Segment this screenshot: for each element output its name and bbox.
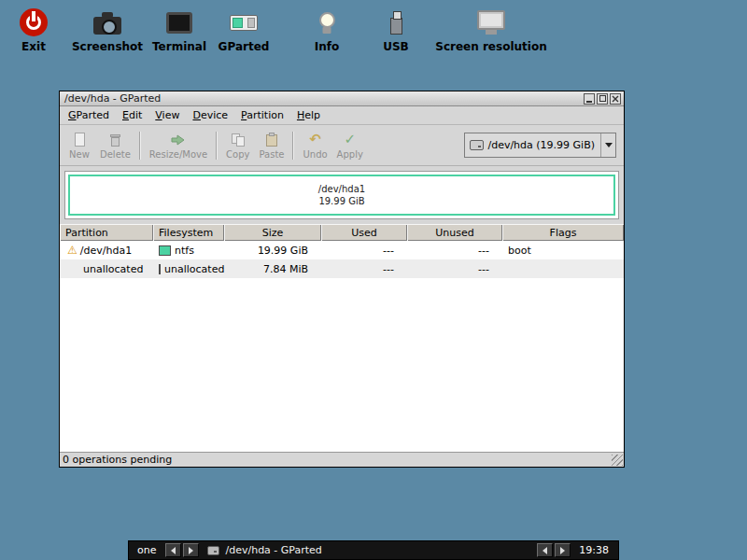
desktop-icon-usb[interactable]: USB	[372, 6, 420, 53]
desktop-icon-label: Screen resolution	[428, 40, 555, 53]
undo-button[interactable]: ↶ Undo	[298, 130, 331, 161]
copy-button[interactable]: Copy	[221, 130, 254, 161]
menu-device[interactable]: Device	[186, 107, 234, 123]
desktop-icon-gparted[interactable]: GParted	[213, 6, 275, 53]
menu-gparted[interactable]: GParted	[62, 107, 116, 123]
status-text: 0 operations pending	[63, 454, 172, 466]
desktop-icon-label: Terminal	[148, 40, 211, 53]
desktop-icon-exit[interactable]: Exit	[13, 6, 54, 53]
partition-visual-size: 19.99 GiB	[318, 195, 364, 208]
toolbar-separator	[139, 132, 141, 160]
task-label: /dev/hda - GParted	[225, 544, 321, 556]
clock: 19:38	[571, 544, 618, 556]
menubar: GParted Edit View Device Partition Help	[60, 106, 624, 125]
column-header-flags[interactable]: Flags	[502, 224, 624, 241]
flags-cell	[502, 259, 624, 278]
disk-visual-area: /dev/hda1 19.99 GiB	[60, 166, 624, 224]
statusbar: 0 operations pending	[60, 452, 624, 467]
table-row[interactable]: unallocated unallocated 7.84 MiB --- ---	[60, 259, 624, 278]
partition-visual-name: /dev/hda1	[318, 183, 365, 196]
apply-button[interactable]: ✓ Apply	[332, 130, 368, 161]
column-header-used[interactable]: Used	[321, 224, 407, 241]
close-button[interactable]	[610, 93, 621, 105]
toolbar-separator	[292, 132, 294, 160]
maximize-button[interactable]	[597, 93, 608, 105]
table-row[interactable]: ⚠ /dev/hda1 ntfs 19.99 GiB --- --- boot	[60, 241, 624, 259]
filesystem-swatch	[159, 245, 171, 256]
disk-icon	[470, 140, 484, 150]
new-partition-icon	[71, 132, 88, 148]
arrow-left-icon	[543, 547, 547, 554]
monitor-icon	[477, 10, 505, 30]
partition-name: unallocated	[83, 263, 143, 275]
taskbar-task[interactable]: /dev/hda - GParted	[200, 544, 536, 556]
desktop-icon-info[interactable]: Info	[301, 6, 353, 53]
flags-cell: boot	[502, 241, 624, 259]
prev-window-button[interactable]	[537, 543, 553, 557]
column-header-partition[interactable]: Partition	[60, 224, 153, 241]
taskbar: one /dev/hda - GParted 19:38	[128, 540, 619, 560]
table-empty-area	[60, 278, 624, 452]
desktop-icon-label: GParted	[213, 40, 275, 53]
desktop-icon-label: Info	[301, 40, 353, 53]
lightbulb-icon	[319, 12, 335, 28]
workspace-label[interactable]: one	[129, 544, 164, 556]
titlebar[interactable]: /dev/hda - GParted	[60, 91, 624, 106]
desktop-icon-label: USB	[372, 40, 420, 53]
minimize-icon	[586, 101, 592, 103]
menu-edit[interactable]: Edit	[116, 107, 148, 123]
resize-grip[interactable]	[612, 455, 623, 466]
next-workspace-button[interactable]	[183, 543, 199, 557]
unused-cell: ---	[407, 241, 502, 259]
gparted-icon	[230, 15, 258, 31]
filesystem-swatch	[159, 264, 161, 274]
table-header: Partition Filesystem Size Used Unused Fl…	[60, 224, 624, 241]
paste-button[interactable]: Paste	[254, 130, 289, 161]
desktop-icon-label: Exit	[13, 40, 54, 53]
prev-workspace-button[interactable]	[165, 543, 181, 557]
arrow-right-icon	[189, 547, 193, 554]
used-cell: ---	[321, 259, 407, 278]
paste-icon	[263, 132, 280, 148]
column-header-unused[interactable]: Unused	[407, 224, 502, 241]
new-button[interactable]: New	[63, 130, 95, 161]
power-icon	[20, 8, 48, 36]
close-icon	[612, 95, 619, 103]
maximize-icon	[599, 95, 606, 102]
delete-icon	[106, 132, 123, 148]
menu-view[interactable]: View	[148, 107, 186, 123]
terminal-icon	[166, 12, 192, 34]
apply-check-icon: ✓	[344, 132, 356, 148]
warning-icon: ⚠	[67, 245, 78, 256]
device-selector-dropdown[interactable]	[600, 133, 615, 157]
toolbar-separator	[216, 132, 218, 160]
partition-visual[interactable]: /dev/hda1 19.99 GiB	[68, 175, 615, 216]
filesystem-name: ntfs	[175, 245, 194, 257]
filesystem-name: unallocated	[164, 263, 224, 275]
column-header-filesystem[interactable]: Filesystem	[153, 224, 224, 241]
disk-visual-frame: /dev/hda1 19.99 GiB	[64, 171, 619, 219]
desktop-icon-label: Screenshot	[68, 40, 147, 53]
desktop-icon-screen-resolution[interactable]: Screen resolution	[428, 6, 555, 53]
desktop-icon-terminal[interactable]: Terminal	[148, 6, 211, 53]
unused-cell: ---	[407, 259, 502, 278]
window-title: /dev/hda - GParted	[63, 92, 161, 105]
undo-icon: ↶	[309, 132, 321, 148]
task-icon	[207, 546, 219, 555]
device-selector[interactable]: /dev/hda (19.99 GiB)	[464, 133, 616, 158]
delete-button[interactable]: Delete	[95, 130, 135, 161]
copy-icon	[230, 132, 247, 148]
menu-help[interactable]: Help	[290, 107, 327, 123]
camera-icon	[93, 17, 121, 35]
menu-partition[interactable]: Partition	[234, 107, 290, 123]
size-cell: 7.84 MiB	[224, 259, 321, 278]
desktop-icon-screenshot[interactable]: Screenshot	[68, 6, 147, 53]
gparted-window: /dev/hda - GParted GParted Edit View Dev…	[59, 91, 625, 468]
column-header-size[interactable]: Size	[224, 224, 321, 241]
minimize-button[interactable]	[584, 93, 595, 105]
resize-move-button[interactable]: Resize/Move	[145, 130, 212, 161]
chevron-down-icon	[605, 143, 613, 147]
used-cell: ---	[321, 241, 407, 259]
partition-name: /dev/hda1	[80, 245, 132, 257]
next-window-button[interactable]	[555, 543, 571, 557]
